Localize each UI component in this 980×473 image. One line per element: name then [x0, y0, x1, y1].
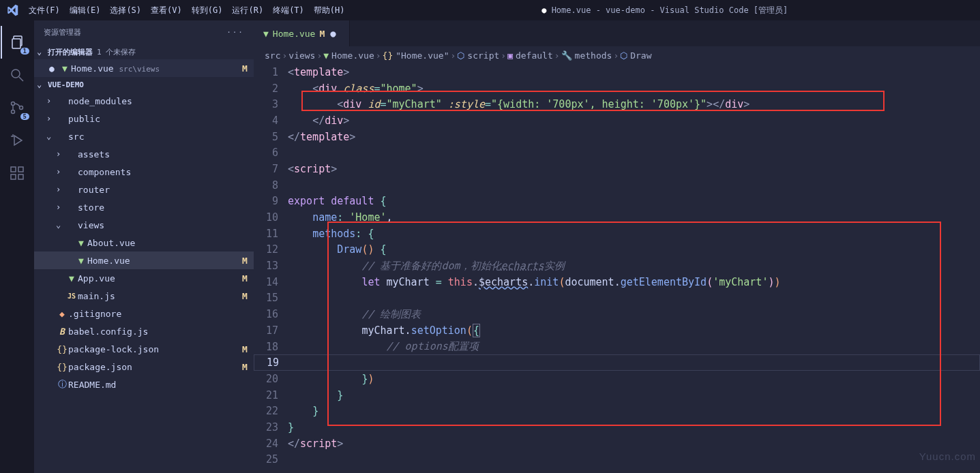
menu-goto[interactable]: 转到(G) [187, 5, 228, 16]
tree-item-public[interactable]: ›public [34, 110, 254, 127]
open-editor-item[interactable]: ● ▼ Home.vue src\views M [34, 59, 254, 77]
unsaved-count: 1 个未保存 [97, 47, 136, 57]
window-title: ● Home.vue - vue-demo - Visual Studio Co… [350, 5, 981, 16]
breadcrumb-4[interactable]: ⬡script [457, 50, 499, 61]
svg-point-2 [12, 70, 20, 78]
tab-home-vue[interactable]: ▼ Home.vue M ● [254, 20, 350, 46]
svg-rect-9 [11, 174, 16, 179]
scm-badge: 5 [20, 113, 29, 120]
explorer-sidebar: 资源管理器 ··· ⌄ 打开的编辑器 1 个未保存 ● ▼ Home.vue s… [34, 20, 254, 473]
tree-item-views[interactable]: ⌄views [34, 216, 254, 234]
menu-bar: 文件(F) 编辑(E) 选择(S) 查看(V) 转到(G) 运行(R) 终端(T… [24, 5, 350, 16]
tree-item-README-md[interactable]: ⓘREADME.md [34, 376, 254, 393]
watermark: Yuucn.com [919, 451, 976, 462]
tree-item-babel-config-js[interactable]: Bbabel.config.js [34, 322, 254, 340]
tree-item-package-lock-json[interactable]: {}package-lock.jsonM [34, 340, 254, 358]
tree-item-package-json[interactable]: {}package.jsonM [34, 358, 254, 376]
svg-rect-11 [18, 167, 23, 172]
titlebar: 文件(F) 编辑(E) 选择(S) 查看(V) 转到(G) 运行(R) 终端(T… [0, 0, 980, 20]
tree-item-store[interactable]: ›store [34, 198, 254, 216]
activity-bar: 1 5 [0, 20, 34, 473]
svg-rect-8 [11, 167, 16, 172]
code-line-14[interactable]: 14 let myChart = this.$echarts.init(docu… [254, 274, 980, 290]
tabs: ▼ Home.vue M ● [254, 20, 980, 46]
breadcrumb-3[interactable]: {}"Home.vue" [383, 50, 449, 61]
breadcrumb-1[interactable]: views [288, 50, 315, 61]
code-line-17[interactable]: 17 myChart.setOption({ [254, 322, 980, 339]
code-line-9[interactable]: 9export default { [254, 194, 980, 210]
tree-item-main-js[interactable]: JSmain.jsM [34, 287, 254, 305]
tab-dirty-icon: ● [330, 28, 340, 39]
code-line-15[interactable]: 15 [254, 290, 980, 307]
status-modified: M [236, 63, 254, 74]
tree-item-src[interactable]: ⌄src [34, 127, 254, 145]
tree-item-router[interactable]: ›router [34, 181, 254, 198]
activity-scm[interactable]: 5 [1, 91, 33, 124]
svg-marker-7 [14, 136, 22, 145]
code-line-12[interactable]: 12 Draw() { [254, 242, 980, 258]
code-line-24[interactable]: 24</script> [254, 436, 980, 452]
code-line-11[interactable]: 11 methods: { [254, 226, 980, 242]
activity-extensions[interactable] [1, 157, 33, 189]
code-line-10[interactable]: 10 name: 'Home', [254, 209, 980, 226]
vscode-icon [0, 4, 24, 16]
code-line-22[interactable]: 22 } [254, 403, 980, 419]
menu-run[interactable]: 运行(R) [227, 5, 268, 16]
activity-debug[interactable] [1, 124, 33, 157]
code-line-3[interactable]: 3 <div id="myChart" :style="{width: '700… [254, 96, 980, 112]
activity-search[interactable] [1, 59, 33, 91]
menu-edit[interactable]: 编辑(E) [65, 5, 106, 16]
code-line-23[interactable]: 23} [254, 419, 980, 436]
code-line-5[interactable]: 5</template> [254, 129, 980, 145]
svg-point-5 [12, 110, 15, 114]
menu-file[interactable]: 文件(F) [24, 5, 65, 16]
svg-rect-10 [18, 174, 23, 179]
svg-point-4 [12, 102, 15, 106]
code-line-1[interactable]: 1<template> [254, 64, 980, 80]
tree-item-App-vue[interactable]: ▼App.vueM [34, 269, 254, 287]
explorer-more-icon[interactable]: ··· [226, 28, 244, 37]
tree-item-components[interactable]: ›components [34, 163, 254, 181]
code-line-21[interactable]: 21 } [254, 387, 980, 403]
menu-view[interactable]: 查看(V) [146, 5, 187, 16]
code-line-8[interactable]: 8 [254, 177, 980, 194]
menu-select[interactable]: 选择(S) [105, 5, 146, 16]
code-line-20[interactable]: 20 }) [254, 371, 980, 387]
menu-help[interactable]: 帮助(H) [309, 5, 350, 16]
tree-item-node_modules[interactable]: ›node_modules [34, 92, 254, 110]
vue-icon: ▼ [59, 63, 71, 74]
code-line-18[interactable]: 18 // options配置项 [254, 339, 980, 355]
editor-area: ▼ Home.vue M ● src›views›▼Home.vue›{}"Ho… [254, 20, 980, 473]
tree-item-Home-vue[interactable]: ▼Home.vueM [34, 251, 254, 269]
tree-item-assets[interactable]: ›assets [34, 145, 254, 163]
code-line-16[interactable]: 16 // 绘制图表 [254, 306, 980, 322]
open-editors-header[interactable]: ⌄ 打开的编辑器 1 个未保存 [34, 44, 254, 59]
tab-filename: Home.vue [273, 29, 316, 39]
breadcrumb-0[interactable]: src [265, 50, 280, 61]
breadcrumb-5[interactable]: ▣default [507, 50, 553, 61]
breadcrumb-6[interactable]: 🔧methods [561, 50, 612, 61]
svg-rect-1 [12, 39, 20, 48]
svg-line-3 [19, 77, 23, 81]
code-line-6[interactable]: 6 [254, 144, 980, 161]
breadcrumbs[interactable]: src›views›▼Home.vue›{}"Home.vue"›⬡script… [254, 46, 980, 64]
code-editor[interactable]: 1<template>2 <div class="home">3 <div id… [254, 64, 980, 468]
explorer-title: 资源管理器 [44, 27, 81, 37]
activity-explorer[interactable]: 1 [1, 26, 33, 59]
code-line-7[interactable]: 7<script> [254, 161, 980, 177]
tree-item--gitignore[interactable]: ◆.gitignore [34, 305, 254, 322]
code-line-19[interactable]: 19 [254, 354, 980, 371]
tab-modified-indicator: M [319, 29, 325, 39]
tree-item-About-vue[interactable]: ▼About.vue [34, 234, 254, 251]
code-line-25[interactable]: 25 [254, 452, 980, 468]
explorer-badge: 1 [20, 48, 29, 55]
breadcrumb-2[interactable]: ▼Home.vue [323, 50, 374, 61]
code-line-4[interactable]: 4 </div> [254, 112, 980, 129]
menu-terminal[interactable]: 终端(T) [268, 5, 309, 16]
breadcrumb-7[interactable]: ⬡Draw [620, 50, 651, 61]
code-line-13[interactable]: 13 // 基于准备好的dom，初始化echarts实例 [254, 258, 980, 274]
project-header[interactable]: ⌄ VUE-DEMO [34, 77, 254, 92]
vue-icon: ▼ [263, 29, 269, 39]
code-line-2[interactable]: 2 <div class="home"> [254, 80, 980, 97]
